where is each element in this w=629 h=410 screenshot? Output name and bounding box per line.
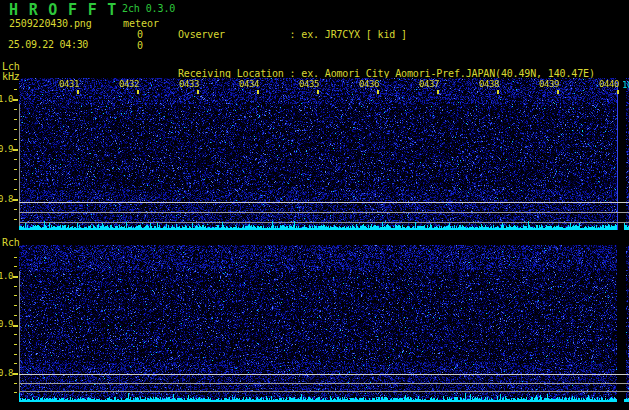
tick-mark	[14, 392, 17, 393]
tick-mark	[557, 90, 559, 94]
datetime-label: 25.09.22 04:30	[8, 39, 88, 50]
time-label-0438: 0438	[474, 79, 499, 89]
tick-mark	[14, 383, 17, 384]
rch-ytick-0.8: 0.8	[0, 368, 13, 378]
rch-spectrogram	[19, 245, 629, 402]
lch-ytick-0.9: 0.9	[0, 144, 13, 154]
tick-mark	[14, 129, 17, 130]
time-label-0432: 0432	[114, 79, 139, 89]
tick-mark	[13, 276, 18, 278]
lch-spectrogram	[19, 78, 629, 230]
tick-mark	[13, 149, 18, 151]
tick-mark	[14, 209, 17, 210]
rch-ytick-1.0: 1.0	[0, 271, 13, 281]
tick-mark	[14, 189, 17, 190]
tick-mark	[14, 305, 17, 306]
tick-mark	[14, 354, 17, 355]
time-label-0439: 0439	[534, 79, 559, 89]
khz-unit-label: kHz	[2, 71, 20, 82]
meteor-count-rch: 0	[131, 40, 143, 51]
tick-mark	[14, 344, 17, 345]
tick-mark	[437, 90, 439, 94]
tick-mark	[14, 109, 17, 110]
tick-mark	[317, 90, 319, 94]
time-label-0440: 0440	[594, 79, 619, 89]
tick-mark	[137, 90, 139, 94]
time-label-0437: 0437	[414, 79, 439, 89]
tick-mark	[257, 90, 259, 94]
tick-mark	[14, 89, 17, 90]
observer-line: Ovserver : ex. JR7CYX [ kid ]	[178, 28, 624, 41]
tick-mark	[77, 90, 79, 94]
time-label-0431: 0431	[54, 79, 79, 89]
tick-mark	[13, 325, 18, 327]
tick-mark	[14, 363, 17, 364]
time-label-0433: 0433	[174, 79, 199, 89]
tick-mark	[14, 79, 17, 80]
tick-mark	[377, 90, 379, 94]
hrofft-window: H R O F F T 2ch 0.3.0 2509220430.png met…	[0, 0, 629, 410]
output-filename: 2509220430.png	[9, 18, 92, 29]
lch-ytick-0.8: 0.8	[0, 194, 13, 204]
tick-mark	[13, 373, 18, 375]
rch-ytick-0.9: 0.9	[0, 319, 13, 329]
tick-mark	[14, 159, 17, 160]
tick-mark	[14, 119, 17, 120]
tick-mark	[14, 219, 17, 220]
tick-mark	[14, 179, 17, 180]
meteor-label: meteor	[123, 18, 159, 29]
tick-mark	[14, 295, 17, 296]
time-label-0434: 0434	[234, 79, 259, 89]
app-title: H R O F F T	[9, 1, 117, 19]
tick-mark	[197, 90, 199, 94]
tick-mark	[14, 315, 17, 316]
tick-mark	[14, 286, 17, 287]
time-label-0435: 0435	[294, 79, 319, 89]
lch-ytick-1.0: 1.0	[0, 94, 13, 104]
time-label-0436: 0436	[354, 79, 379, 89]
rch-label: Rch	[2, 237, 20, 248]
tick-mark	[14, 334, 17, 335]
tick-mark	[14, 169, 17, 170]
meteor-count-lch: 0	[131, 29, 143, 40]
tick-mark	[617, 90, 619, 94]
tick-mark	[13, 199, 18, 201]
tick-mark	[14, 266, 17, 267]
app-version-label: 2ch 0.3.0	[122, 3, 175, 14]
tick-mark	[14, 139, 17, 140]
tick-mark	[13, 99, 18, 101]
cursor-minute-suffix: 10	[622, 80, 629, 90]
tick-mark	[14, 257, 17, 258]
tick-mark	[497, 90, 499, 94]
